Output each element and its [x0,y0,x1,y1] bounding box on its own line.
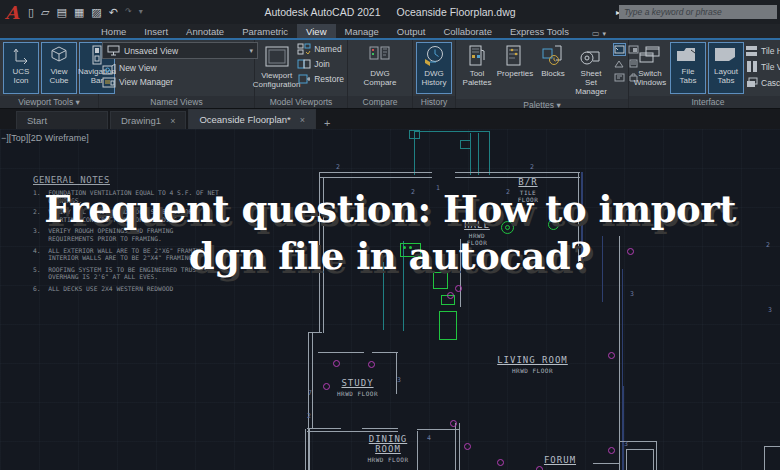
plot-icon[interactable]: ▨ [91,0,101,24]
general-notes-title: GENERAL NOTES [33,175,219,185]
undo-icon[interactable]: ↶ [109,0,118,24]
panel-named-views: Unsaved View ▾ New View View Manager Nam… [99,40,255,108]
file-tab-label: Drawing1 [121,115,161,126]
viewport-config-icon [264,45,290,69]
view-manager-button[interactable]: View Manager [102,75,173,89]
switch-windows-icon [638,45,662,67]
join-viewport-icon [297,58,311,70]
viewport-controls[interactable]: −][Top][2D Wireframe] [1,133,89,143]
wall-segment [320,177,432,178]
panel-title-interface[interactable]: Interface [629,96,780,108]
panel-title-palettes[interactable]: Palettes ▾ [456,99,628,108]
wall-segment [307,431,398,432]
tab-parametric[interactable]: Parametric [233,24,297,38]
new-file-icon[interactable]: ▯ [28,0,34,24]
tab-home[interactable]: Home [92,24,135,38]
tile-horizontally-button[interactable]: Tile Horizontally [746,44,780,58]
properties-button[interactable]: Properties [497,42,533,97]
tab-manage[interactable]: Manage [336,24,388,38]
wall-segment [308,332,322,333]
wall-tag: 3 [624,440,628,448]
file-tabs-button[interactable]: File Tabs [670,42,706,94]
tab-output[interactable]: Output [388,24,435,38]
file-tab-drawing1[interactable]: Drawing1× [110,111,186,129]
wall-segment [307,428,341,429]
panel-title-model-viewports[interactable]: Model Viewports [255,96,347,108]
tab-view[interactable]: View [297,24,335,38]
close-icon[interactable]: × [300,115,305,125]
room-floor: HRWD FLOOR [320,390,395,397]
room-label-living: LIVING ROOM HRWD FLOOR [480,355,585,374]
title-bar: A ▯ ▱ ▤ ▦ ▨ ↶ ↷ ▾ Autodesk AutoCAD 2021O… [0,0,780,24]
wall-segment [460,140,471,149]
wall-segment [593,463,620,464]
new-view-button[interactable]: New View [102,61,157,75]
dwg-compare-button[interactable]: DWG Compare [361,42,400,94]
wall-tag: 4 [427,434,431,442]
viewport-configuration-label: Viewport Configuration [253,71,301,89]
file-tab-oceanside[interactable]: Oceanside Floorplan*× [188,109,316,129]
tab-annotate[interactable]: Annotate [177,24,233,38]
drawing-viewport[interactable]: −][Top][2D Wireframe] GENERAL NOTES 1. F… [0,129,780,470]
sheet-set-manager-button[interactable]: Sheet Set Manager [573,42,609,97]
viewport-configuration-button[interactable]: Viewport Configuration [258,42,295,94]
qat-dropdown-icon[interactable]: ▾ [139,0,143,24]
layout-tabs-button[interactable]: Layout Tabs [708,42,744,94]
panel-title-compare[interactable]: Compare [348,96,412,108]
blocks-button[interactable]: Blocks [535,42,571,97]
tab-insert[interactable]: Insert [135,24,177,38]
panel-title-viewport-tools[interactable]: Viewport Tools ▾ [0,96,98,108]
file-tab-label: Oceanside Floorplan* [199,114,290,125]
panel-title-named-views[interactable]: Named Views [99,96,254,108]
save-as-icon[interactable]: ▦ [74,0,84,24]
dwg-history-icon [422,45,446,67]
join-viewport-button[interactable]: Join [297,57,344,71]
door-marker [608,352,615,359]
ucs-icon-button[interactable]: UCS Icon [3,42,39,94]
new-view-icon [102,62,116,75]
wall-tag: 3 [768,306,772,314]
view-monitor-icon [107,45,120,56]
named-viewport-button[interactable]: Named [297,42,344,56]
tab-collaborate[interactable]: Collaborate [434,24,501,38]
join-viewport-label: Join [314,59,330,69]
tile-vertical-icon [746,61,758,73]
ribbon-display-toggle[interactable]: ▭▾ [592,29,606,38]
properties-icon [504,45,526,67]
new-tab-button[interactable]: + [318,117,336,129]
redo-icon[interactable]: ↷ [125,0,132,24]
save-icon[interactable]: ▤ [57,0,67,24]
switch-windows-button[interactable]: Switch Windows [632,42,668,94]
search-input[interactable] [619,5,777,19]
panel-history: DWG History History [413,40,456,108]
view-manager-icon [102,76,116,89]
ucs-axes-icon [11,45,31,65]
dwg-history-label: DWG History [422,69,447,87]
cascade-button[interactable]: Cascade [746,76,780,90]
tile-vertically-button[interactable]: Tile Vertically [746,60,780,74]
minimize-ribbon-icon: ▭ [592,29,600,38]
command-line-palette-icon[interactable] [613,43,626,56]
door-marker [497,459,504,466]
tile-vertically-label: Tile Vertically [761,62,780,72]
wall-segment [414,131,490,132]
autocad-logo-icon[interactable]: A [0,0,24,24]
ribbon-tab-bar: Home Insert Annotate Parametric View Man… [0,24,780,40]
tab-express-tools[interactable]: Express Tools [501,24,578,38]
close-icon[interactable]: × [170,116,175,126]
markup-palette-icon[interactable] [613,71,626,84]
view-dropdown[interactable]: Unsaved View ▾ [102,42,258,59]
wall-segment [318,352,364,353]
file-tab-start[interactable]: Start [16,111,108,129]
restore-viewport-button[interactable]: Restore [297,72,344,86]
tool-palettes-button[interactable]: Tool Palettes [459,42,495,97]
wall-segment [455,172,580,173]
quickcalc-palette-icon[interactable] [613,57,626,70]
properties-label: Properties [497,69,533,78]
cascade-label: Cascade [761,78,780,88]
open-file-icon[interactable]: ▱ [41,0,49,24]
room-name: FORUM [532,455,588,465]
panel-title-history[interactable]: History [413,96,455,108]
view-cube-button[interactable]: View Cube [41,42,77,94]
dwg-history-button[interactable]: DWG History [416,42,452,94]
